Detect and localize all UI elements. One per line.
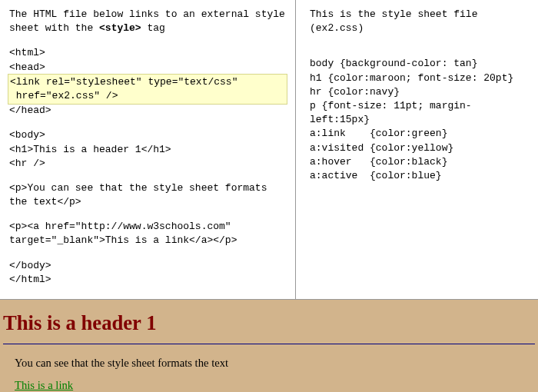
blank-line: [9, 209, 286, 220]
code-line: </html>: [9, 273, 286, 287]
css-line: a:hover {color:black}: [310, 155, 529, 169]
code-line: <html>: [9, 46, 286, 60]
code-line: </body>: [9, 259, 286, 273]
css-source-pane: This is the style sheet file (ex2.css) b…: [296, 0, 538, 299]
code-line: href="ex2.css" />: [10, 89, 285, 103]
css-line: a:visited {color:yellow}: [310, 141, 529, 155]
rendered-preview: This is a header 1 You can see that the …: [0, 300, 538, 392]
intro-text-after: tag: [141, 22, 165, 34]
code-line: <link rel="stylesheet" type="text/css": [10, 75, 285, 89]
preview-paragraph: You can see that the style sheet formats…: [15, 355, 535, 371]
blank-line: [9, 248, 286, 259]
code-line: <head>: [9, 61, 286, 75]
html-source-pane: The HTML file below links to an external…: [0, 0, 296, 299]
code-line: <p><a href="http://www.w3schools.com" ta…: [9, 220, 286, 247]
css-line: hr {color:navy}: [310, 85, 529, 99]
code-line: <h1>This is a header 1</h1>: [9, 143, 286, 157]
css-line: body {background-color: tan}: [310, 57, 529, 71]
blank-line: [9, 118, 286, 128]
code-line: </head>: [9, 104, 286, 118]
css-line: a:link {color:green}: [310, 127, 529, 141]
code-line: <p>You can see that the style sheet form…: [9, 181, 286, 209]
css-line: a:active {color:blue}: [310, 169, 529, 183]
highlighted-link-tag: <link rel="stylesheet" type="text/css" h…: [8, 74, 287, 105]
preview-header: This is a header 1: [3, 309, 535, 337]
css-line: p {font-size: 11pt; margin-left:15px}: [310, 99, 529, 127]
html-intro: The HTML file below links to an external…: [9, 8, 286, 35]
preview-link[interactable]: This is a link: [15, 379, 73, 391]
intro-bold-tag: <style>: [99, 22, 141, 34]
preview-hr: [3, 344, 535, 344]
source-panes: The HTML file below links to an external…: [0, 0, 538, 300]
code-line: <hr />: [9, 157, 286, 171]
blank-line: [9, 171, 286, 181]
preview-link-paragraph: This is a link: [15, 377, 535, 392]
document-root: The HTML file below links to an external…: [0, 0, 538, 392]
code-line: <body>: [9, 128, 286, 142]
blank-line: [310, 46, 529, 57]
css-intro: This is the style sheet file (ex2.css): [310, 8, 529, 35]
css-line: h1 {color:maroon; font-size: 20pt}: [310, 71, 529, 85]
